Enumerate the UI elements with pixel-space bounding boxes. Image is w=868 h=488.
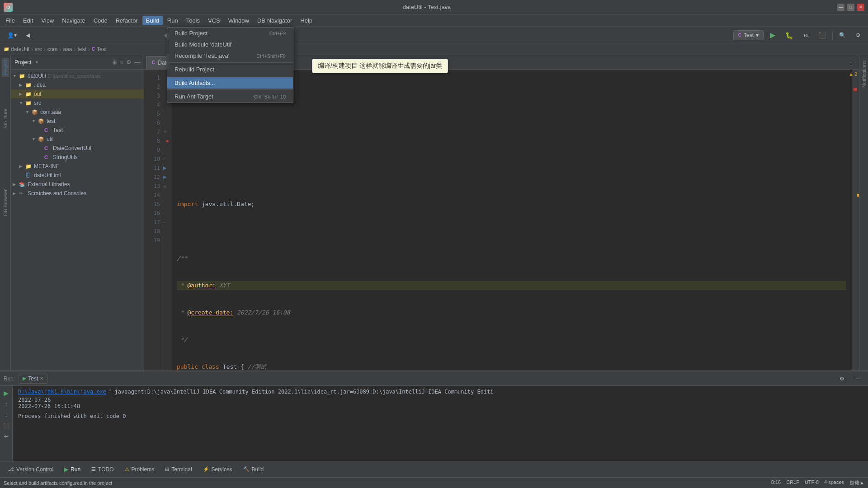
menu-refactor[interactable]: Refactor [112, 16, 142, 25]
tree-item-util[interactable]: ▼ 📦 util [11, 135, 144, 144]
run-tab-close[interactable]: ✕ [40, 376, 43, 381]
panel-icon-4[interactable]: — [134, 59, 140, 66]
bc-testclass[interactable]: Test [97, 46, 107, 52]
panel-icon-1[interactable]: ⊕ [112, 59, 117, 66]
run-marker-11[interactable]: ▶ [163, 165, 167, 170]
code-content[interactable]: import java.util.Date; /** * @author: XY… [171, 70, 852, 371]
structure-tab-icon[interactable]: Structure [2, 107, 9, 131]
toolbar-profile-btn[interactable]: 👤▾ [4, 31, 20, 40]
menu-tools[interactable]: Tools [183, 16, 203, 25]
menu-build[interactable]: Build [142, 16, 163, 25]
tree-item-dateutil[interactable]: ▼ 📁 dateUtil D:\java\idea_space\date [11, 71, 144, 80]
bc-aaa[interactable]: aaa [63, 46, 72, 52]
tree-item-scratches[interactable]: ▶ ✏ Scratches and Consoles [11, 189, 144, 198]
status-encoding[interactable]: UTF-8 [805, 479, 819, 486]
extlib-icon: 📚 [19, 182, 26, 188]
fold-icon-12[interactable]: ⊖ [163, 184, 167, 188]
folder-icon-dateutil: 📁 [19, 73, 26, 79]
menu-vcs[interactable]: VCS [204, 16, 224, 25]
fold-close-17[interactable]: ⌐ [163, 220, 165, 225]
run-stop-btn[interactable]: ⬛ [2, 421, 11, 430]
tab-build[interactable]: 🔨 Build [239, 465, 269, 474]
run-config-selector[interactable]: C Test ▾ [733, 30, 764, 40]
menu-view[interactable]: View [38, 16, 57, 25]
db-browser-icon[interactable]: DB Browser [2, 188, 9, 218]
tree-item-stringutils[interactable]: C StringUtils [11, 153, 144, 162]
run-ant-item[interactable]: Run Ant Target Ctrl+Shift+F10 [167, 91, 293, 102]
menu-window[interactable]: Window [225, 16, 253, 25]
settings-btn[interactable]: ⚙ [852, 31, 864, 40]
run-panel-minimize[interactable]: — [852, 374, 864, 383]
bc-com[interactable]: com [47, 46, 58, 52]
build-artifacts-item[interactable]: Build Artifacts... [167, 77, 293, 89]
build-project-item[interactable]: Build Project Ctrl+F9 [167, 28, 293, 39]
run-with-coverage-btn[interactable]: ⏯ [799, 31, 812, 40]
rebuild-item[interactable]: Rebuild Project [167, 64, 293, 75]
run-tab[interactable]: ▶ Test ✕ [19, 374, 47, 384]
run-marker-12[interactable]: ▶ [163, 174, 167, 179]
tree-item-test[interactable]: ▼ 📦 test [11, 117, 144, 126]
run-button[interactable]: ▶ [766, 29, 779, 41]
project-tab-icon[interactable]: Project [2, 58, 9, 77]
tree-item-metainf[interactable]: ▶ 📁 META-INF [11, 162, 144, 171]
bc-sep1: › [31, 46, 33, 52]
tree-item-src[interactable]: ▼ 📁 src [11, 99, 144, 108]
close-button[interactable]: ✕ [857, 4, 864, 11]
status-indent[interactable]: 4 spaces [824, 479, 844, 486]
run-java-path[interactable]: D:\Java\jdk1.8\bin\java.exe [18, 389, 106, 395]
debug-button[interactable]: 🐛 [782, 30, 797, 40]
run-panel-settings[interactable]: ⚙ [836, 374, 848, 383]
breadcrumb-bar: 📁 dateUtil › src › com › aaa › test › C … [0, 43, 868, 55]
run-rerun-btn[interactable]: ▶ [2, 389, 11, 398]
bc-src[interactable]: src [35, 46, 42, 52]
editor-wrapper: 1 2 3 4 5 6 7 8 9 10 11 12 13 14 15 16 1… [144, 70, 859, 371]
menu-dbnavigator[interactable]: DB Navigator [254, 16, 296, 25]
stop-button[interactable]: ⬛ [815, 30, 830, 40]
tab-todo[interactable]: ☰ TODO [87, 465, 118, 474]
toolbar-back-btn[interactable]: ◀ [22, 31, 33, 40]
tree-label-iml: dateUtil.iml [34, 172, 61, 178]
menu-edit[interactable]: Edit [19, 16, 37, 25]
tree-item-dateconvert[interactable]: C DateConvertUtil [11, 144, 144, 153]
tab-problems[interactable]: ⚠ Problems [120, 465, 159, 474]
menu-code[interactable]: Code [90, 16, 111, 25]
code-line-10: */ [177, 335, 846, 344]
tab-version-control[interactable]: ⎇ Version Control [4, 465, 58, 474]
terminal-icon: ⊞ [165, 466, 169, 472]
fold-icon-7[interactable]: ⊖ [163, 129, 167, 134]
tree-item-out[interactable]: ▶ 📁 out [11, 89, 144, 99]
tree-arrow-dateutil: ▼ [13, 74, 19, 78]
tab-run[interactable]: ▶ Run [60, 465, 85, 474]
run-scroll-up-btn[interactable]: ↑ [2, 399, 11, 408]
todo-label: TODO [98, 466, 113, 473]
tab-terminal[interactable]: ⊞ Terminal [160, 465, 196, 474]
status-lineending[interactable]: CRLF [786, 479, 799, 486]
bc-project[interactable]: dateUtil [11, 46, 29, 52]
maximize-button[interactable]: □ [847, 4, 854, 11]
menu-help[interactable]: Help [297, 16, 316, 25]
tree-item-testjava[interactable]: C Test [11, 126, 144, 135]
search-btn[interactable]: 🔍 [835, 31, 849, 40]
recompile-item[interactable]: Recompile 'Test.java' Ctrl+Shift+F9 [167, 50, 293, 61]
bc-test[interactable]: test [77, 46, 86, 52]
panel-icon-2[interactable]: ≡ [120, 59, 123, 66]
notif-icon[interactable]: Notifications [860, 59, 868, 89]
editor-settings-btn[interactable]: ⋮ [845, 60, 857, 69]
build-module-item[interactable]: Build Module 'dateUtil' [167, 39, 293, 50]
run-tab-name: Test [28, 375, 38, 382]
minimize-button[interactable]: — [837, 4, 844, 11]
menu-file[interactable]: File [2, 16, 19, 25]
menu-run[interactable]: Run [164, 16, 182, 25]
fold-close-10[interactable]: ⌐ [163, 156, 166, 161]
tree-item-idea[interactable]: ▶ 📁 .idea [11, 80, 144, 89]
run-clear-btn[interactable]: ↩ [2, 432, 11, 441]
run-scroll-down-btn[interactable]: ↓ [2, 410, 11, 419]
tree-item-comaaa[interactable]: ▼ 📦 com.aaa [11, 108, 144, 117]
panel-icon-3[interactable]: ⚙ [126, 59, 132, 66]
tree-item-iml[interactable]: 🗄 dateUtil.iml [11, 171, 144, 180]
status-position[interactable]: 8:16 [771, 479, 781, 486]
menu-navigate[interactable]: Navigate [58, 16, 89, 25]
vc-icon: ⎇ [8, 466, 14, 472]
tab-services[interactable]: ⚡ Services [198, 465, 237, 474]
tree-item-extlib[interactable]: ▶ 📚 External Libraries [11, 180, 144, 189]
